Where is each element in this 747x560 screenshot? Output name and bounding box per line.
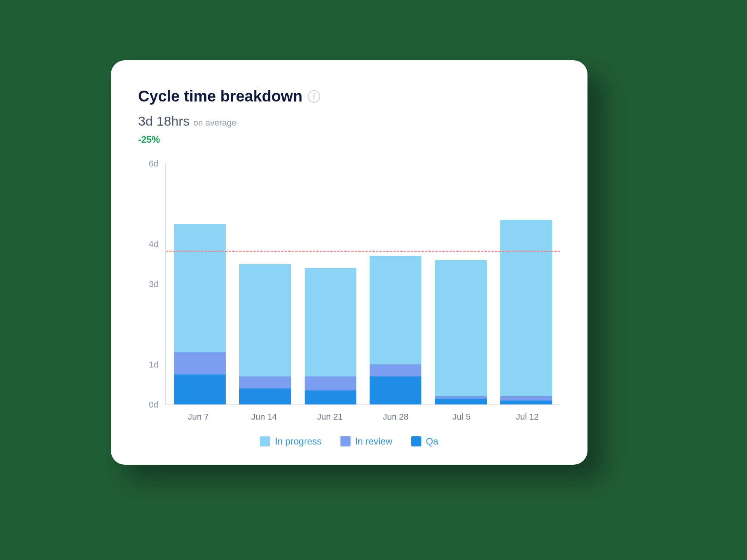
bar-segment-qa [174,374,226,404]
bar[interactable] [305,268,356,404]
info-icon[interactable]: i [308,90,320,103]
legend-item[interactable]: In progress [260,436,321,447]
legend-label: In progress [275,436,321,447]
y-tick: 6d [149,159,158,169]
title-row: Cycle time breakdown i [138,88,560,105]
bar-segment-in-progress [239,264,291,376]
legend-swatch [411,436,421,446]
y-tick: 3d [149,279,158,289]
bar-segment-in-progress [174,224,226,352]
legend-item[interactable]: In review [340,436,393,447]
x-tick: Jun 7 [172,412,224,422]
bar-segment-in-review [305,376,356,390]
x-axis: Jun 7Jun 14Jun 21Jun 28Jul 5Jul 12 [165,405,560,422]
y-tick: 0d [149,400,158,410]
bar-segment-qa [370,376,421,404]
chart-title: Cycle time breakdown [138,88,302,105]
delta-value: -25% [138,134,560,145]
y-tick: 1d [149,360,158,370]
bar-segment-qa [500,401,552,404]
legend: In progressIn reviewQa [138,436,560,447]
bar[interactable] [435,260,487,404]
cycle-time-card: Cycle time breakdown i 3d 18hrs on avera… [111,60,587,465]
x-tick: Jun 14 [238,412,290,422]
legend-label: Qa [426,436,438,447]
bar-segment-qa [239,388,291,404]
chart-plot [165,164,560,405]
average-reference-line [166,251,560,252]
bar-segment-in-progress [500,220,552,396]
bar-segment-qa [305,390,356,404]
bars-container [166,164,560,404]
bar[interactable] [370,256,421,404]
legend-swatch [340,436,351,446]
bar-segment-qa [435,399,487,404]
y-axis: 0d1d3d4d6d [138,164,165,405]
y-tick: 4d [149,239,158,249]
legend-label: In review [355,436,393,447]
average-value: 3d 18hrs [138,114,189,129]
bar-segment-in-progress [305,268,356,376]
subtitle-row: 3d 18hrs on average [138,114,560,129]
x-tick: Jul 12 [501,412,553,422]
bar-segment-in-review [370,364,421,376]
chart-area: 0d1d3d4d6d [138,164,560,405]
bar[interactable] [500,220,552,404]
bar-segment-in-review [239,376,291,388]
bar-segment-in-review [174,352,226,374]
bar-segment-in-review [500,396,552,400]
bar[interactable] [239,264,291,404]
legend-item[interactable]: Qa [411,436,438,447]
x-tick: Jun 28 [370,412,422,422]
average-suffix: on average [193,118,236,128]
bar-segment-in-progress [370,256,421,364]
bar-segment-in-progress [435,260,487,397]
x-tick: Jul 5 [435,412,487,422]
x-tick: Jun 21 [304,412,356,422]
legend-swatch [260,436,270,446]
